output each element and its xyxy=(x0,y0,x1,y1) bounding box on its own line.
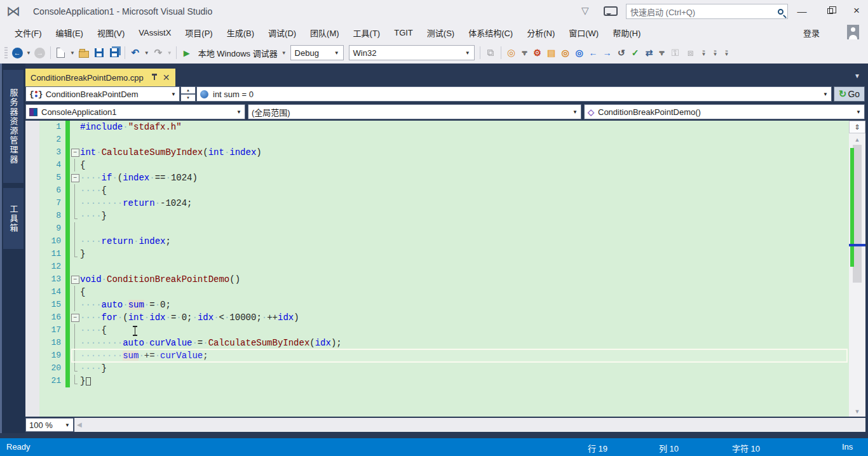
quick-launch-search[interactable]: 快速启动 (Ctrl+Q) xyxy=(626,4,788,19)
save-button[interactable] xyxy=(92,45,107,60)
va-find-in-files-icon[interactable]: ◎ xyxy=(559,46,573,60)
code-line[interactable]: 13void·ConditionBreakPointDemo() xyxy=(25,273,849,286)
code-editor[interactable]: 1#include·"stdafx.h"23int·CalculateSumBy… xyxy=(25,121,849,417)
code-line[interactable]: 5····if·(index·==·1024) xyxy=(25,171,849,184)
line-number[interactable]: 7 xyxy=(39,197,65,210)
line-number[interactable]: 17 xyxy=(39,324,65,337)
code-text[interactable]: ········auto·curValue·=·CalculateSumByIn… xyxy=(80,337,849,349)
scrollbar-thumb[interactable] xyxy=(853,145,862,283)
breakpoint-gutter-cell[interactable] xyxy=(25,260,39,273)
spin-up-icon[interactable]: ▲ xyxy=(180,86,196,94)
code-line[interactable]: 11} xyxy=(25,248,849,260)
redo-button[interactable]: ↷ xyxy=(151,45,166,60)
code-line[interactable]: 6····{ xyxy=(25,184,849,197)
line-number[interactable]: 3 xyxy=(39,146,65,159)
va-next-reference-icon[interactable]: → xyxy=(600,46,614,60)
scroll-up-icon[interactable]: ▲ xyxy=(849,135,865,145)
va-open-corresponding-icon[interactable]: ⇄ xyxy=(642,46,656,60)
va-spinner[interactable]: ▲ ▼ xyxy=(180,86,196,102)
code-line[interactable]: 10····return·index; xyxy=(25,235,849,248)
code-line[interactable]: 9 xyxy=(25,222,849,235)
code-line[interactable]: 15····auto·sum·=·0; xyxy=(25,298,849,311)
fold-collapse-icon[interactable] xyxy=(70,273,80,286)
menu-item-1[interactable]: 编辑(E) xyxy=(49,24,90,41)
tab-close-icon[interactable]: ✕ xyxy=(163,72,170,83)
toolbar-grip[interactable] xyxy=(4,47,8,58)
menu-item-12[interactable]: 分析(N) xyxy=(520,24,562,41)
scroll-left-icon[interactable]: ◀ xyxy=(77,418,82,432)
va-spellcheck-icon[interactable]: ✓ xyxy=(628,46,642,60)
vertical-scrollbar[interactable]: ⇕ ▲ ▼ xyxy=(849,121,865,417)
code-text[interactable]: ····auto·sum·=·0; xyxy=(80,298,849,311)
breakpoint-gutter-cell[interactable] xyxy=(25,286,39,298)
menu-item-6[interactable]: 调试(D) xyxy=(261,24,303,41)
navigate-back-dropdown[interactable]: ▼ xyxy=(26,50,31,56)
menu-item-7[interactable]: 团队(M) xyxy=(303,24,346,41)
debug-target-dropdown[interactable]: ▼ xyxy=(281,50,287,56)
toolbar-overflow-button-2[interactable]: ▬▼ xyxy=(658,50,667,56)
go-button[interactable]: ↻ Go xyxy=(834,86,865,102)
zoom-combo[interactable]: 100 % ▼ xyxy=(25,418,74,432)
new-file-dropdown[interactable]: ▼ xyxy=(70,50,75,56)
breakpoint-gutter-cell[interactable] xyxy=(25,197,39,210)
code-text[interactable]: ····return·index; xyxy=(80,235,849,248)
line-number[interactable]: 21 xyxy=(39,375,65,387)
line-number[interactable]: 18 xyxy=(39,337,65,349)
code-line[interactable]: 16····for·(int·idx·=·0;·idx·<·10000;·++i… xyxy=(25,311,849,324)
breakpoint-gutter-cell[interactable] xyxy=(25,146,39,159)
redo-dropdown[interactable]: ▼ xyxy=(167,50,172,56)
line-number[interactable]: 19 xyxy=(39,349,65,362)
code-text[interactable]: ····{ xyxy=(80,324,849,337)
code-text[interactable]: { xyxy=(80,159,849,171)
undo-button[interactable]: ↶ xyxy=(128,45,143,60)
spin-down-icon[interactable]: ▼ xyxy=(180,94,196,102)
line-number[interactable]: 11 xyxy=(39,248,65,260)
breakpoint-gutter-cell[interactable] xyxy=(25,159,39,171)
fold-collapse-icon[interactable] xyxy=(70,146,80,159)
fold-collapse-icon[interactable] xyxy=(70,311,80,324)
code-text[interactable]: void·ConditionBreakPointDemo() xyxy=(80,273,849,286)
code-line[interactable]: 14{ xyxy=(25,286,849,298)
line-number[interactable]: 12 xyxy=(39,260,65,273)
navigate-back-button[interactable]: ← xyxy=(10,45,25,60)
breakpoint-gutter-cell[interactable] xyxy=(25,235,39,248)
code-text[interactable] xyxy=(80,222,849,235)
toolbar-overflow-button-3[interactable]: »▼ xyxy=(700,50,709,56)
va-definition-combo[interactable]: int sum = 0 ▼ xyxy=(196,86,832,102)
menu-item-4[interactable]: 项目(P) xyxy=(178,24,219,41)
line-number[interactable]: 5 xyxy=(39,171,65,184)
feedback-bubble-icon[interactable] xyxy=(604,6,618,16)
va-prev-reference-icon[interactable]: ← xyxy=(587,46,600,60)
code-text[interactable]: { xyxy=(80,286,849,298)
debug-target-label[interactable]: 本地 Windows 调试器 xyxy=(198,47,278,59)
breakpoint-gutter-cell[interactable] xyxy=(25,248,39,260)
code-text[interactable]: ····if·(index·==·1024) xyxy=(80,171,849,184)
scroll-down-icon[interactable]: ▼ xyxy=(849,406,865,417)
line-number[interactable]: 16 xyxy=(39,311,65,324)
breakpoint-gutter-cell[interactable] xyxy=(25,349,39,362)
new-file-button[interactable] xyxy=(53,45,69,60)
menu-item-5[interactable]: 生成(B) xyxy=(220,24,261,41)
menu-item-0[interactable]: 文件(F) xyxy=(8,24,49,41)
attach-to-process-button[interactable]: ⧉ xyxy=(483,45,498,60)
navigate-forward-button[interactable]: → xyxy=(32,45,48,60)
menu-item-8[interactable]: 工具(T) xyxy=(346,24,388,41)
va-open-file-icon[interactable]: ▤ xyxy=(545,46,559,60)
breakpoint-gutter-cell[interactable] xyxy=(25,324,39,337)
minimize-button[interactable]: — xyxy=(793,4,811,18)
code-text[interactable]: #include·"stdafx.h" xyxy=(80,121,849,133)
code-line[interactable]: 12 xyxy=(25,260,849,273)
code-text[interactable]: ····} xyxy=(80,362,849,375)
scope-combo[interactable]: (全局范围) ▼ xyxy=(248,104,581,119)
undo-dropdown[interactable]: ▼ xyxy=(144,50,149,56)
va-undo-nav-icon[interactable]: ↺ xyxy=(614,46,628,60)
member-combo[interactable]: ◇ ConditionBreakPointDemo() ▼ xyxy=(584,104,865,119)
va-find-symbol-icon[interactable]: ◎ xyxy=(573,46,587,60)
toolbar-overflow-button-5[interactable]: »▼ xyxy=(722,50,731,56)
menu-item-14[interactable]: 帮助(H) xyxy=(606,24,648,41)
toolbar-overflow-button-4[interactable]: »▼ xyxy=(711,50,720,56)
document-well-overflow-icon[interactable]: ▼ xyxy=(854,72,860,79)
breakpoint-gutter-cell[interactable] xyxy=(25,375,39,387)
start-debug-icon[interactable]: ▶ xyxy=(179,45,194,60)
menu-item-11[interactable]: 体系结构(C) xyxy=(461,24,520,41)
